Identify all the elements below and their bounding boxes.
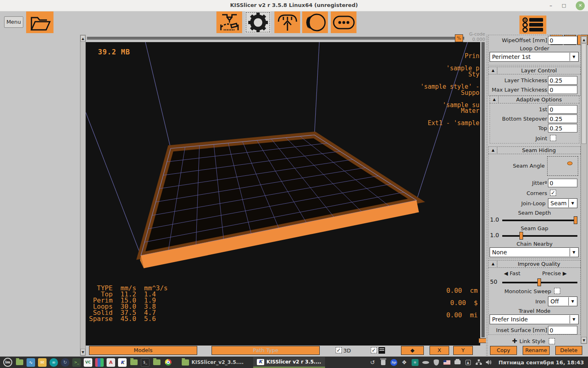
- improve-quality-header[interactable]: ▲ Improve Quality: [488, 260, 581, 268]
- mail-launcher[interactable]: ✉: [38, 358, 47, 367]
- seam-gap-slider[interactable]: 1.0: [488, 231, 581, 240]
- seam-angle-dot[interactable]: [567, 162, 572, 165]
- menu-button[interactable]: Menu: [4, 16, 23, 28]
- printer-settings-tab[interactable]: [216, 11, 242, 33]
- hp-tray-icon[interactable]: hp: [390, 359, 397, 366]
- folder-launcher[interactable]: [152, 358, 161, 367]
- dropdown-arrow-icon[interactable]: ▼: [570, 53, 578, 61]
- misc-settings-tab[interactable]: [331, 11, 356, 33]
- panel-scrollbar[interactable]: ▲ ▼: [581, 36, 587, 344]
- adaptive-options-header[interactable]: ▲ Adaptive Options: [490, 96, 579, 103]
- support-settings-tab[interactable]: [274, 11, 300, 33]
- taskbar-window-files[interactable]: KISSlicer_v2_3.5....: [178, 357, 247, 368]
- max-layer-thickness-input[interactable]: [548, 85, 577, 94]
- joint-checkbox[interactable]: [550, 135, 556, 141]
- printer-tray-icon[interactable]: [454, 359, 461, 366]
- adaptive-top-input[interactable]: [548, 124, 577, 132]
- inset-surface-input[interactable]: [548, 326, 577, 334]
- viewport-3d[interactable]: 39.2 MB Prin 'sample p Sty 'sample style…: [86, 42, 480, 346]
- left-scrollbar[interactable]: ▲ ▼: [80, 35, 86, 356]
- jitter-input[interactable]: [548, 179, 577, 187]
- volume-tray-icon[interactable]: [486, 359, 493, 366]
- terminal-green-launcher[interactable]: >_: [72, 358, 81, 367]
- link-style-checkbox[interactable]: [549, 338, 555, 344]
- network-folder-launcher[interactable]: [129, 358, 138, 367]
- corners-checkbox[interactable]: ✓: [550, 190, 556, 196]
- adaptive-1st-input[interactable]: [548, 105, 577, 114]
- scroll-up-icon[interactable]: ▲: [80, 35, 85, 42]
- kisslicer-launcher[interactable]: K: [118, 358, 127, 367]
- gcode-slider-thumb[interactable]: %: [455, 34, 463, 42]
- collapse-icon[interactable]: ▲: [489, 67, 497, 74]
- dropbox-tray-icon[interactable]: ❖: [401, 359, 408, 366]
- folder-icon: [182, 359, 189, 366]
- files-launcher[interactable]: [15, 358, 24, 367]
- style-settings-tab[interactable]: [245, 11, 271, 33]
- wipe-offset-label: WipeOffset [mm]: [502, 37, 547, 43]
- history-tray-icon[interactable]: ↺: [369, 359, 376, 366]
- rename-button[interactable]: Rename: [523, 346, 550, 355]
- trash-tray-icon[interactable]: [380, 359, 387, 366]
- panel-resize-handle[interactable]: [486, 35, 488, 356]
- toolbar: Menu: [0, 11, 588, 35]
- maximize-button[interactable]: □: [559, 2, 568, 10]
- join-loop-dropdown[interactable]: Seam ▼: [548, 198, 577, 208]
- view-y-button[interactable]: Y: [453, 346, 473, 355]
- chain-nearby-dropdown[interactable]: None ▼: [490, 247, 579, 257]
- terminal-dark-launcher[interactable]: $_: [141, 358, 149, 367]
- speed-table: TYPE mm/s mm^3/s Top 11.2 1.4 Perim 15.0…: [89, 285, 168, 322]
- layer-slider-thumb[interactable]: [479, 338, 487, 343]
- keyboard-layout-flag-icon[interactable]: [443, 359, 450, 366]
- quality-slider-thumb[interactable]: [537, 278, 541, 286]
- settings-list-button[interactable]: [519, 16, 546, 34]
- monitor-launcher[interactable]: ∿: [27, 358, 35, 367]
- ufo-tray-icon[interactable]: [422, 359, 429, 366]
- close-button[interactable]: ✕: [576, 1, 585, 10]
- view-x-button[interactable]: X: [430, 346, 449, 355]
- green-cross-tray-icon[interactable]: ✳: [412, 359, 419, 366]
- veracrypt-launcher[interactable]: VC: [84, 358, 92, 367]
- link-style-label: Link Style: [519, 338, 545, 344]
- mint-menu-button[interactable]: lm: [3, 358, 12, 367]
- seam-angle-widget[interactable]: [547, 156, 578, 176]
- sync-launcher[interactable]: ↻: [61, 358, 69, 367]
- loop-order-dropdown[interactable]: Perimeter 1st ▼: [490, 52, 579, 62]
- removable-media-tray-icon[interactable]: ▲: [465, 359, 472, 366]
- arduino-launcher[interactable]: ∞: [49, 358, 58, 367]
- layer-control-header[interactable]: ▲ Layer Control: [488, 67, 581, 74]
- wipe-offset-input[interactable]: [548, 36, 577, 45]
- network-tray-icon[interactable]: [475, 359, 482, 366]
- scroll-down-icon[interactable]: ▼: [80, 349, 85, 355]
- taskbar-clock[interactable]: Пятница сентября 16, 18:43: [499, 359, 584, 366]
- red-a-launcher[interactable]: A: [107, 358, 115, 367]
- minimize-button[interactable]: –: [546, 2, 555, 10]
- shield-tray-icon[interactable]: [433, 359, 440, 366]
- seam-gap-thumb[interactable]: [519, 232, 523, 240]
- kisslicer-icon: K: [257, 359, 264, 365]
- gcode-preview-slider[interactable]: [87, 37, 464, 40]
- delete-button[interactable]: Delete: [555, 346, 582, 355]
- monotonic-sweep-checkbox[interactable]: [554, 288, 560, 294]
- material-settings-tab[interactable]: [302, 11, 328, 33]
- layer-thickness-input[interactable]: [548, 76, 577, 85]
- media-launcher[interactable]: [95, 358, 104, 367]
- view-3d-checkbox[interactable]: ✓: [336, 347, 342, 353]
- solid-model-icon: [379, 347, 385, 354]
- open-file-button[interactable]: [26, 11, 53, 33]
- chrome-launcher[interactable]: [164, 358, 172, 367]
- bottom-stepover-input[interactable]: [548, 114, 577, 123]
- models-tab-button[interactable]: Models: [89, 346, 197, 355]
- show-solid-checkbox[interactable]: ✓: [371, 347, 377, 353]
- panel-scrollbar-thumb[interactable]: [581, 43, 586, 144]
- quality-slider[interactable]: 50: [488, 278, 581, 286]
- copy-button[interactable]: Copy: [490, 346, 517, 355]
- travel-mode-dropdown[interactable]: Prefer Inside ▼: [490, 314, 579, 324]
- seam-hiding-header[interactable]: ▲ Seam Hiding: [488, 146, 581, 154]
- layer-slider[interactable]: [481, 42, 485, 337]
- seam-depth-slider[interactable]: 1.0: [488, 216, 581, 224]
- path-type-tab-button[interactable]: Path Type: [212, 346, 320, 355]
- fit-view-button[interactable]: ◆: [401, 346, 424, 355]
- seam-depth-thumb[interactable]: [574, 216, 577, 224]
- taskbar-window-kisslicer[interactable]: K KISSlicer v2 r 3.5....: [253, 357, 325, 368]
- iron-dropdown[interactable]: Off ▼: [548, 296, 577, 306]
